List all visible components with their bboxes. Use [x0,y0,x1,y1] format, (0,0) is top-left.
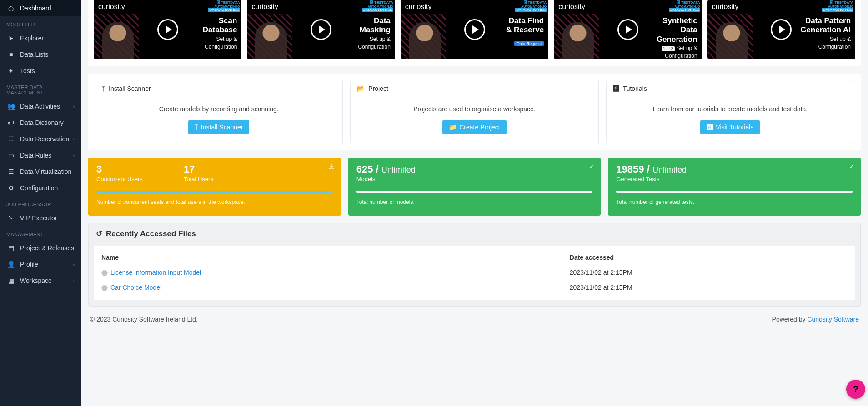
model-icon [101,285,108,291]
stat-footer: Total number of models. [356,199,593,205]
video-extra-badge: Data Request [514,41,544,46]
nav-label: Data Dictionary [20,119,64,126]
install-scanner-button[interactable]: ᛉInstall Scanner [188,120,250,134]
sidebar: ◌ Dashboard MODELLER ➤Explorer ≡Data Lis… [0,0,81,406]
stat-footer: Total number of generated tests. [616,199,853,205]
help-fab[interactable]: ? [846,380,865,399]
gauge-icon: ◌ [6,5,15,12]
video-tile[interactable]: curiosity 🗄 TESTDATAAUTOMATION.IODATA AC… [401,0,548,59]
stat-label: Models [356,176,593,183]
nav-datalists[interactable]: ≡Data Lists [0,46,81,63]
nav-datadictionary[interactable]: 🏷Data Dictionary [0,114,81,131]
stat-value: 625 [356,163,373,175]
section-jobproc: JOB PROCESSOR [0,196,81,210]
video-badge: 🗄 TESTDATAAUTOMATION.IODATA ACTIVITIES [515,1,547,12]
recent-table: Name Date accessed License Information I… [97,250,852,295]
stat-footer: Number of concurrent seats and total use… [96,199,333,205]
nav-label: Data Lists [20,51,48,58]
card-title: Project [368,85,388,92]
video-tile[interactable]: curiosity 🗄 TESTDATAAUTOMATION.IODATA AC… [554,0,702,59]
video-badge: 🗄 TESTDATAAUTOMATION.IODATA ACTIVITIES [362,1,393,12]
nav-dashboard[interactable]: ◌ Dashboard [0,0,81,16]
location-icon: ➤ [6,35,15,42]
nav-vipexecutor[interactable]: ⇲VIP Executor [0,210,81,226]
chevron-left-icon: ‹ [73,153,75,158]
nav-label: Data Activities [20,103,60,110]
stack-icon: ☰ [6,168,15,175]
card-desc: Learn from our tutorials to create model… [613,105,848,113]
video-tile[interactable]: curiosity 🗄 TESTDATAAUTOMATION.IODATA AC… [707,0,855,59]
visit-tutorials-button[interactable]: 🅰Visit Tutorials [700,120,760,134]
nav-datarules[interactable]: ▭Data Rules‹ [0,147,81,163]
stat-value: 17 [184,164,213,175]
section-modeller: MODELLER [0,16,81,30]
check-icon: ✓ [589,163,594,170]
nav-datareservation[interactable]: ☷Data Reservation‹ [0,131,81,147]
nav-tests[interactable]: ✦Tests [0,63,81,79]
nav-label: Explorer [20,35,44,42]
video-tile[interactable]: curiosity 🗄 TESTDATAAUTOMATION.IODATA AC… [94,0,241,59]
stat-sep: / [644,163,652,175]
folder-open-icon: 📂 [357,85,365,92]
nav-workspace[interactable]: ▦Workspace‹ [0,272,81,289]
help-icon: ? [853,385,858,394]
users-icon: 👥 [6,103,15,110]
run-icon: ⇲ [6,214,15,222]
btn-label: Install Scanner [201,124,243,131]
col-date: Date accessed [565,250,852,265]
gear-icon: ⚙ [6,184,15,192]
recent-file-link[interactable]: Car Choice Model [110,284,161,291]
stat-limit: Unlimited [652,165,687,174]
nav-datavirtualization[interactable]: ☰Data Virtualization [0,163,81,180]
nav-projectreleases[interactable]: ▤Project & Releases [0,240,81,256]
nav-label: Workspace [20,277,52,284]
nav-dataactivities[interactable]: 👥Data Activities‹ [0,98,81,114]
stat-value: 19859 [616,163,644,175]
recent-title: Recently Accessed Files [106,229,196,238]
nav-configuration[interactable]: ⚙Configuration [0,180,81,196]
footer: © 2023 Curiosity Software Ireland Ltd. P… [88,311,861,328]
user-circle-icon: 🅰 [613,85,619,92]
card-install-scanner: ᛉInstall Scanner Create models by record… [95,80,343,144]
sliders-icon: ☷ [6,135,15,143]
video-title: SyntheticDataGeneration1 of 2Set up &Con… [657,16,697,59]
action-cards: ᛉInstall Scanner Create models by record… [88,74,861,150]
stat-models: ✓ 625 / Unlimited Models Total number of… [348,158,601,216]
nav-label: Profile [20,261,38,268]
recent-file-link[interactable]: License Information Input Model [110,269,201,276]
nav-explorer[interactable]: ➤Explorer [0,30,81,46]
card-tutorials: 🅰Tutorials Learn from our tutorials to c… [606,80,854,144]
video-tile[interactable]: curiosity 🗄 TESTDATAAUTOMATION.IODATA AC… [247,0,395,59]
play-icon [157,19,178,40]
stat-value: 3 [96,164,143,175]
warning-icon: ⚠ [329,163,335,170]
grid-icon: ▦ [6,277,15,284]
table-row: License Information Input Model2023/11/0… [97,265,852,280]
nav-label: Data Rules [20,152,51,159]
nav-label: Data Reservation [20,135,69,143]
card-title: Install Scanner [109,85,151,92]
chevron-left-icon: ‹ [73,104,75,109]
video-brand: curiosity [712,3,739,11]
book-icon: ▤ [6,244,15,252]
recent-file-date: 2023/11/02 at 2:15PM [565,280,852,295]
footer-powered-link[interactable]: Curiosity Software [807,316,859,323]
play-icon [464,19,485,40]
create-project-button[interactable]: 📁Create Project [442,120,506,134]
nav-profile[interactable]: 👤Profile‹ [0,256,81,272]
check-icon: ✓ [849,163,854,170]
video-title: Data PatternGeneration AISet up &Configu… [800,16,851,50]
video-title: ScanDatabaseSet up &Configuration [203,16,237,50]
card-icon: ▭ [6,152,15,159]
list-icon: ≡ [6,51,15,58]
card-title: Tutorials [623,85,647,92]
play-icon [771,19,792,40]
user-circle-icon: 🅰 [707,124,713,131]
user-icon: 👤 [6,261,15,268]
stats-row: ⚠ 3 Concurrent Users 17 Total Users Numb… [88,158,861,216]
video-badge: 🗄 TESTDATAAUTOMATION.IODATA ACTIVITIES [822,1,853,12]
stat-tests: ✓ 19859 / Unlimited Generated Tests Tota… [608,158,861,216]
video-title: Data Find& Reserve [506,16,544,43]
stat-label: Total Users [184,176,213,183]
recent-file-date: 2023/11/02 at 2:15PM [565,265,852,280]
